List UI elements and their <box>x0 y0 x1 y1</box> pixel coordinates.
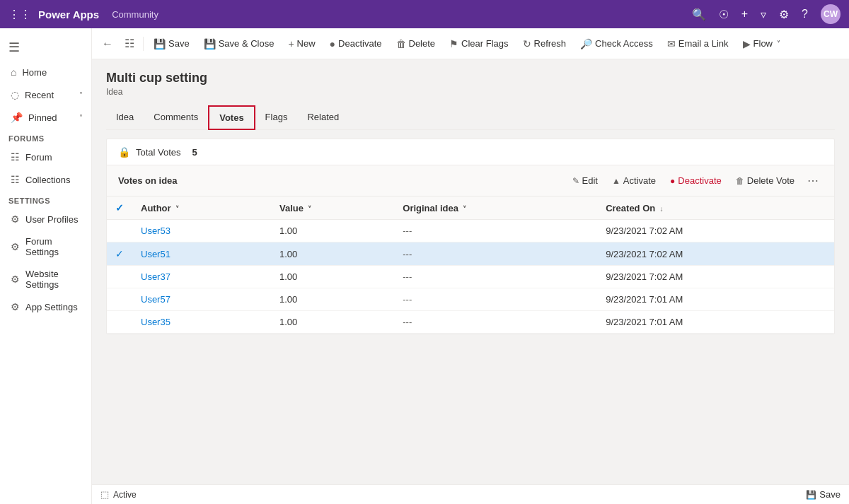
settings-icon[interactable]: ⚙ <box>779 8 789 21</box>
email-link-button[interactable]: ✉ Email a Link <box>662 35 734 52</box>
hamburger-icon[interactable]: ☰ <box>0 34 91 61</box>
table-row[interactable]: User37 1.00 --- 9/23/2021 7:02 AM <box>107 266 834 288</box>
col-original-idea[interactable]: Original idea ˅ <box>394 197 597 220</box>
search-icon[interactable]: 🔍 <box>692 8 706 21</box>
row-author[interactable]: User57 <box>132 288 271 311</box>
avatar[interactable]: CW <box>821 4 841 24</box>
new-button[interactable]: + New <box>282 35 320 52</box>
author-link[interactable]: User35 <box>141 317 171 327</box>
command-bar: ← ☷ 💾 Save 💾 Save & Close + New ● Deacti… <box>92 28 849 59</box>
save-close-button[interactable]: 💾 Save & Close <box>198 35 280 52</box>
votes-on-idea-header: Votes on idea ✎ Edit ▲ Activate ● Deacti <box>107 165 834 197</box>
author-link[interactable]: User51 <box>141 249 171 259</box>
forum-icon: ☷ <box>11 151 20 163</box>
page-title: Multi cup setting <box>106 71 835 86</box>
sidebar-item-collections[interactable]: ☷ Collections <box>0 168 91 191</box>
sidebar-item-pinned[interactable]: 📌 Pinned ˅ <box>0 106 91 129</box>
topbar: ⋮⋮ Power Apps Community 🔍 ☉ + ▿ ⚙ ? CW <box>0 0 849 28</box>
status-save-label: Save <box>819 489 841 500</box>
forums-section: Forums <box>0 129 91 146</box>
recent-icon: ◌ <box>11 89 19 100</box>
table-row[interactable]: User53 1.00 --- 9/23/2021 7:02 AM <box>107 220 834 242</box>
check-access-button[interactable]: 🔎 Check Access <box>574 35 659 52</box>
delete-vote-button[interactable]: 🗑 Delete Vote <box>730 172 800 189</box>
row-value: 1.00 <box>271 220 394 242</box>
clear-flags-icon: ⚑ <box>449 38 458 49</box>
author-link[interactable]: User57 <box>141 294 171 305</box>
sidebar-item-forum[interactable]: ☷ Forum <box>0 146 91 168</box>
row-author[interactable]: User51 <box>132 242 271 266</box>
author-link[interactable]: User53 <box>141 225 171 236</box>
collections-icon: ☷ <box>11 174 20 185</box>
grid-icon[interactable]: ⋮⋮ <box>8 8 31 21</box>
col-created-on[interactable]: Created On ↓ <box>597 197 834 220</box>
author-sort-icon: ˅ <box>175 205 179 213</box>
forum-settings-icon: ⚙ <box>11 241 20 252</box>
tabs: Idea Comments Votes Flags Related <box>106 105 835 130</box>
row-author[interactable]: User53 <box>132 220 271 242</box>
status-bar: ⬚ Active 💾 Save <box>92 484 849 504</box>
original-idea-sort-icon: ˅ <box>463 205 466 213</box>
table-row[interactable]: User35 1.00 --- 9/23/2021 7:01 AM <box>107 311 834 334</box>
col-value[interactable]: Value ˅ <box>271 197 394 220</box>
delete-button[interactable]: 🗑 Delete <box>391 35 441 52</box>
table-row[interactable]: User57 1.00 --- 9/23/2021 7:01 AM <box>107 288 834 311</box>
tab-related[interactable]: Related <box>297 105 349 130</box>
settings-section: Settings <box>0 191 91 208</box>
sidebar-item-forum-settings[interactable]: ⚙ Forum Settings <box>0 230 91 263</box>
tab-comments[interactable]: Comments <box>144 105 208 130</box>
tab-idea[interactable]: Idea <box>106 105 144 130</box>
row-original-idea: --- <box>394 311 597 334</box>
row-check-cell <box>107 220 132 242</box>
pinned-icon: 📌 <box>11 112 23 123</box>
home-icon: ⌂ <box>11 66 16 78</box>
refresh-button[interactable]: ↻ Refresh <box>517 35 572 52</box>
save-button[interactable]: 💾 Save <box>148 35 195 52</box>
back-button[interactable]: ← <box>98 35 117 53</box>
value-sort-icon: ˅ <box>308 205 311 213</box>
check-access-icon: 🔎 <box>580 38 592 49</box>
add-icon[interactable]: + <box>741 8 748 20</box>
votes-section-card: 🔒 Total Votes 5 Votes on idea ✎ Edit ▲ <box>106 139 835 334</box>
row-value: 1.00 <box>271 242 394 266</box>
tab-votes[interactable]: Votes <box>208 105 255 130</box>
activate-vote-button[interactable]: ▲ Activate <box>606 172 662 189</box>
filter-icon[interactable]: ▿ <box>761 8 766 21</box>
row-check-cell <box>107 266 132 288</box>
email-icon: ✉ <box>667 38 676 49</box>
row-created-on: 9/23/2021 7:02 AM <box>597 220 834 242</box>
sidebar-item-user-profiles[interactable]: ⚙ User Profiles <box>0 208 91 230</box>
author-link[interactable]: User37 <box>141 271 171 282</box>
header-check-icon: ✓ <box>115 202 124 213</box>
expand-icon[interactable]: ⬚ <box>100 489 109 500</box>
deactivate-vote-button[interactable]: ● Deactivate <box>664 172 727 189</box>
clear-flags-button[interactable]: ⚑ Clear Flags <box>444 35 514 52</box>
votes-on-idea-title: Votes on idea <box>118 175 567 186</box>
deactivate-button[interactable]: ● Deactivate <box>324 35 388 52</box>
sidebar-item-recent[interactable]: ◌ Recent ˅ <box>0 83 91 106</box>
sidebar-item-app-settings[interactable]: ⚙ App Settings <box>0 295 91 318</box>
row-author[interactable]: User37 <box>132 266 271 288</box>
flow-chevron: ˅ <box>777 40 780 47</box>
table-row[interactable]: ✓ User51 1.00 --- 9/23/2021 7:02 AM <box>107 242 834 266</box>
sidebar-item-website-settings[interactable]: ⚙ Website Settings <box>0 263 91 295</box>
favorites-icon[interactable]: ☉ <box>719 8 729 21</box>
brand-name: Power Apps <box>38 8 99 20</box>
row-created-on: 9/23/2021 7:01 AM <box>597 311 834 334</box>
help-icon[interactable]: ? <box>802 8 808 20</box>
sidebar-item-home[interactable]: ⌂ Home <box>0 61 91 83</box>
edit-vote-button[interactable]: ✎ Edit <box>567 172 603 189</box>
row-author[interactable]: User35 <box>132 311 271 334</box>
flow-button[interactable]: ▶ Flow ˅ <box>737 35 786 52</box>
forum-label: Forum <box>25 152 52 163</box>
col-author[interactable]: Author ˅ <box>132 197 271 220</box>
more-options-button[interactable]: ⋯ <box>803 171 823 190</box>
sub-actions: ✎ Edit ▲ Activate ● Deactivate 🗑 <box>567 171 823 190</box>
col-check: ✓ <box>107 197 132 220</box>
user-profiles-icon: ⚙ <box>11 213 20 225</box>
row-original-idea: --- <box>394 242 597 266</box>
row-created-on: 9/23/2021 7:02 AM <box>597 266 834 288</box>
page-icon-button[interactable]: ☷ <box>120 34 139 53</box>
status-save-button[interactable]: 💾 Save <box>806 489 841 500</box>
tab-flags[interactable]: Flags <box>255 105 298 130</box>
